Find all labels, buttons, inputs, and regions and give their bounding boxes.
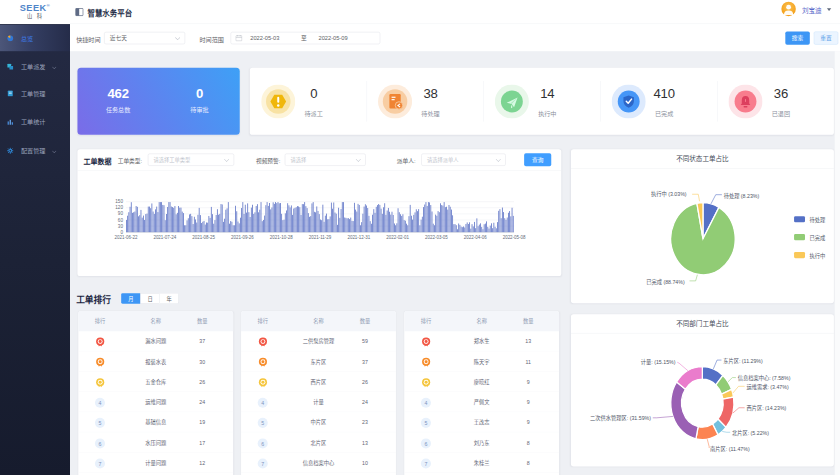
svg-text:2021-11-29: 2021-11-29 [309,234,332,240]
svg-text:30: 30 [118,223,124,229]
svg-text:60: 60 [118,217,124,223]
svg-text:2022-02-01: 2022-02-01 [386,234,409,240]
svg-text:2022-03-05: 2022-03-05 [425,234,448,240]
svg-text:2021-07-24: 2021-07-24 [153,234,176,240]
svg-text:2021-12-31: 2021-12-31 [347,234,370,240]
svg-text:2021-06-22: 2021-06-22 [115,234,138,240]
svg-text:2021-09-26: 2021-09-26 [231,234,254,240]
svg-text:120: 120 [115,204,123,210]
svg-text:2022-04-06: 2022-04-06 [464,234,487,240]
svg-text:2021-10-28: 2021-10-28 [270,234,293,240]
svg-text:90: 90 [118,210,124,216]
svg-text:150: 150 [115,198,123,204]
svg-text:2022-05-08: 2022-05-08 [503,234,526,240]
svg-text:2021-08-25: 2021-08-25 [192,234,215,240]
